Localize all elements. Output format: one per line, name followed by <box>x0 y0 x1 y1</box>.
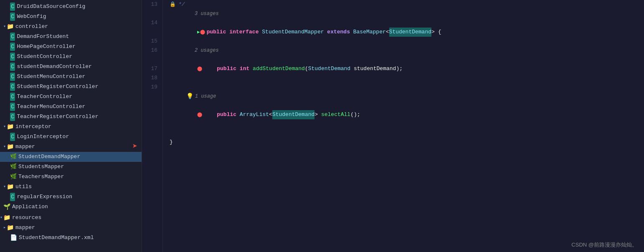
class-icon: C <box>10 53 15 61</box>
code-line-18 <box>170 129 637 138</box>
code-line-14: ▶⬤ public interface StudentDemandMapper … <box>170 18 637 46</box>
sidebar-item-teacher-menu-controller[interactable]: C TeacherMenuController <box>0 102 142 112</box>
keyword-public2: public <box>217 64 236 73</box>
sidebar-item-regular-expression[interactable]: C regularExpression <box>0 192 142 202</box>
sidebar-label: DruidDataSourceConfig <box>17 3 85 11</box>
folder-icon: 📁 <box>3 214 10 222</box>
arrow-indicator: ➤ <box>132 143 137 151</box>
type-studentdemand2: StudentDemand <box>272 110 314 119</box>
sidebar-item-mapper-resources[interactable]: ▸ 📁 mapper <box>0 223 142 233</box>
usage-count: 2 usages <box>195 46 219 55</box>
class-name: StudentDemandMapper <box>262 28 324 37</box>
sidebar-item-login-interceptor[interactable]: C LoginInterceptor <box>0 132 142 142</box>
code-line-15: ⬤ public int addStudentDemand(StudentDem… <box>170 55 637 83</box>
sidebar-item-interceptor-folder[interactable]: ▾ 📁 interceptor <box>0 122 142 132</box>
type-basemapper: BaseMapper <box>353 28 386 37</box>
sidebar-label: LoginInterceptor <box>17 133 69 141</box>
sidebar-item-teachers-mapper[interactable]: 🌿 TeachersMapper <box>0 172 142 182</box>
sidebar-label: TeachersMapper <box>18 173 64 181</box>
sidebar-item-students-mapper[interactable]: 🌿 StudentsMapper <box>0 162 142 172</box>
sidebar-label: HomePageController <box>17 43 75 51</box>
sidebar-item-resources[interactable]: ▾ 📁 resources <box>0 213 142 223</box>
brace-open: { <box>438 28 441 37</box>
class-icon: C <box>10 43 15 51</box>
chevron-down-icon: ▾ <box>0 214 3 222</box>
sidebar-item-utils-folder[interactable]: ▾ 📁 utils <box>0 182 142 192</box>
sidebar-item-druid[interactable]: C DruidDataSourceConfig <box>0 2 142 12</box>
sidebar-label: utils <box>15 183 32 191</box>
keyword-public: public <box>207 28 226 37</box>
sidebar-label: StudentsMapper <box>18 163 64 171</box>
interface-icon: 🌿 <box>10 173 17 181</box>
comment-close: */ <box>178 0 185 9</box>
sidebar-item-student-register-controller[interactable]: C StudentRegisterController <box>0 82 142 92</box>
class-icon: C <box>10 73 15 81</box>
code-line-16 <box>170 83 637 92</box>
folder-icon: 📁 <box>7 23 14 31</box>
sidebar-label: studentDemandController <box>17 63 91 71</box>
sidebar-label: WebConfig <box>17 13 46 21</box>
code-line-17: ⬤ public ArrayList<StudentDemand> select… <box>170 101 637 129</box>
sidebar-item-student-demand-mapper[interactable]: 🌿 StudentDemandMapper <box>0 152 142 162</box>
chevron-right-icon: ▸ <box>3 224 6 232</box>
folder-icon: 📁 <box>7 123 14 131</box>
sidebar-item-mapper-folder[interactable]: ▾ 📁 mapper ➤ <box>0 142 142 152</box>
sidebar-label: interceptor <box>15 123 51 131</box>
sidebar-label: StudentRegisterController <box>17 83 98 91</box>
line-numbers: 13 · 14 · 15 16 · 17 18 19 <box>142 0 163 252</box>
sidebar-item-student-controller[interactable]: C StudentController <box>0 52 142 62</box>
sidebar-label: regularExpression <box>17 193 72 201</box>
sidebar-item-student-menu-controller[interactable]: C StudentMenuController <box>0 72 142 82</box>
class-icon: C <box>10 93 15 101</box>
interface-icon: 🌿 <box>10 153 17 161</box>
chevron-down-icon: ▾ <box>3 183 6 191</box>
debug-icon2: ⬤ <box>170 101 202 129</box>
usage-count: 1 usage <box>195 92 216 101</box>
param-type: StudentDemand <box>308 64 350 73</box>
chevron-down-icon: ▾ <box>3 123 6 131</box>
watermark: CSDN @前路漫漫亦灿灿。 <box>571 241 637 249</box>
sidebar-label: TeacherRegisterController <box>17 113 98 121</box>
folder-icon: 📁 <box>7 224 14 232</box>
xml-icon: 📄 <box>10 234 17 242</box>
sidebar-label: controller <box>15 23 48 31</box>
keyword-extends: extends <box>327 28 350 37</box>
file-tree[interactable]: C DruidDataSourceConfig C WebConfig ▾ 📁 … <box>0 0 142 252</box>
folder-icon: 📁 <box>7 143 14 151</box>
usage-line-1: 💡 1 usage <box>170 92 637 101</box>
debug-run-icon: ▶⬤ <box>170 18 205 46</box>
sidebar-label: StudentController <box>17 53 72 61</box>
chevron-down-icon: ▾ <box>3 143 6 151</box>
interface-icon: 🌿 <box>10 163 17 171</box>
lightbulb-icon: 💡 <box>186 92 193 101</box>
sidebar-item-student-demand-mapper-xml[interactable]: 📄 StudentDemandMapper.xml <box>0 233 142 243</box>
spring-icon: 🌱 <box>3 203 10 211</box>
chevron-down-icon: ▾ <box>3 23 6 31</box>
keyword-public3: public <box>217 110 236 119</box>
sidebar-item-homepage-controller[interactable]: C HomePageController <box>0 42 142 52</box>
sidebar-label: StudentDemandMapper.xml <box>19 234 94 242</box>
class-icon: C <box>10 13 15 21</box>
class-icon: C <box>10 3 15 11</box>
brace-close: } <box>170 138 173 147</box>
param-name: studentDemand <box>354 64 396 73</box>
sidebar-item-teacher-controller[interactable]: C TeacherController <box>0 92 142 102</box>
sidebar-item-teacher-register-controller[interactable]: C TeacherRegisterController <box>0 112 142 122</box>
sidebar-label: StudentMenuController <box>17 73 85 81</box>
sidebar-item-student-demand-controller[interactable]: C studentDemandController <box>0 62 142 72</box>
class-icon: C <box>10 103 15 111</box>
sidebar-item-demand-for-student[interactable]: C DemandForStudent <box>0 32 142 42</box>
sidebar-item-controller-folder[interactable]: ▾ 📁 controller <box>0 22 142 32</box>
sidebar-label: mapper <box>15 143 35 151</box>
method-name-select: selectAll <box>321 110 350 119</box>
sidebar-item-webconfig[interactable]: C WebConfig <box>0 12 142 22</box>
folder-icon: 📁 <box>7 183 14 191</box>
sidebar-label: DemandForStudent <box>17 33 69 41</box>
usage-line-2: 2 usages <box>170 46 637 55</box>
sidebar-item-application[interactable]: 🌱 Application <box>0 202 142 212</box>
keyword-int: int <box>240 64 249 73</box>
type-arraylist: ArrayList <box>240 110 269 119</box>
usage-line-3: 3 usages <box>170 9 637 18</box>
class-icon: C <box>10 33 15 41</box>
code-editor[interactable]: 13 · 14 · 15 16 · 17 18 19 🔒 */ 3 usages <box>142 0 644 252</box>
